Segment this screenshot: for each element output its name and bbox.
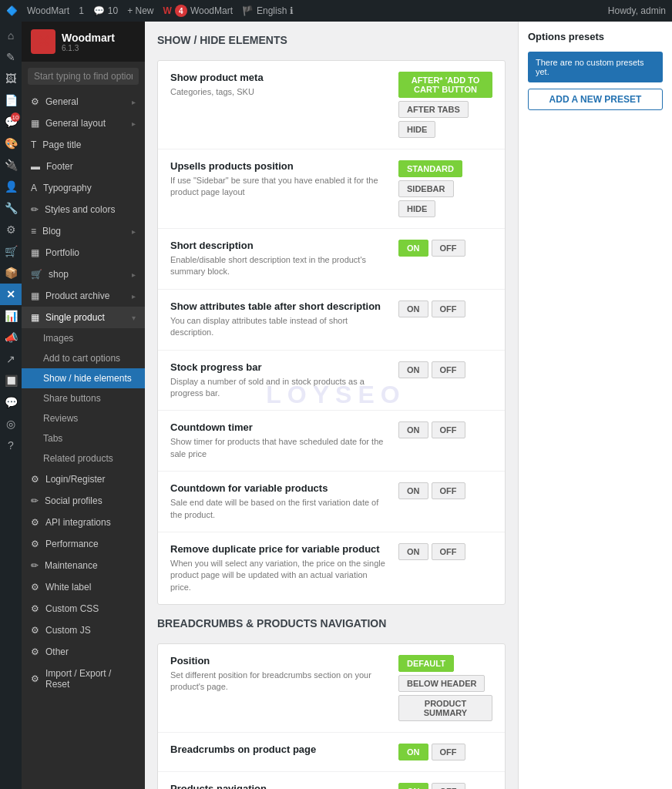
language-selector[interactable]: 🏴 English ℹ: [242, 5, 294, 16]
setting-info-stock: Stock progress bar Display a number of s…: [170, 361, 386, 400]
sidebar-icon-pages[interactable]: 📄: [0, 89, 22, 111]
sidebar-icon-woocommerce[interactable]: 🛒: [0, 240, 22, 262]
sidebar-icon-settings[interactable]: ⚙: [0, 219, 22, 240]
sidebar-item-api[interactable]: ⚙API integrations: [22, 512, 145, 533]
search-input[interactable]: [28, 68, 139, 85]
btn-position-below-header[interactable]: BELOW HEADER: [398, 675, 485, 692]
arrow-icon-layout: ▸: [132, 119, 136, 128]
sidebar-sub-show-hide[interactable]: Show / hide elements: [22, 368, 145, 388]
woodmart-admin-bar[interactable]: W 4 WoodMart: [163, 5, 233, 17]
sidebar-item-product-archive[interactable]: ▦Product archive ▸: [22, 285, 145, 307]
btn-upsells-standard[interactable]: STANDARD: [398, 160, 462, 177]
sidebar-item-general[interactable]: ⚙General ▸: [22, 91, 145, 112]
wp-logo[interactable]: 🔷: [6, 5, 18, 16]
sidebar-label-custom-js: Custom JS: [45, 625, 91, 636]
sidebar-item-maintenance[interactable]: ✏Maintenance: [22, 555, 145, 576]
sidebar-icon-more5[interactable]: ?: [0, 435, 22, 456]
desc-position: Set different position for breadcrumbs s…: [170, 670, 386, 693]
desc-duplicate-price: When you will select any variation, the …: [170, 558, 386, 593]
sidebar-item-white-label[interactable]: ⚙White label: [22, 576, 145, 598]
sidebar-icon-media[interactable]: 🖼: [0, 68, 22, 89]
sidebar-icon-more1[interactable]: ↗: [0, 348, 22, 370]
sidebar-sub-add-to-cart[interactable]: Add to cart options: [22, 348, 145, 368]
sidebar-icon-woodmart[interactable]: ✕: [0, 284, 22, 305]
sidebar-sub-reviews[interactable]: Reviews: [22, 408, 145, 428]
sidebar-item-portfolio[interactable]: ▦Portfolio: [22, 242, 145, 264]
btn-products-nav-on[interactable]: ON: [398, 783, 428, 789]
arrow-icon-archive: ▸: [132, 292, 136, 300]
control-stock: ON OFF: [398, 361, 465, 378]
sidebar-item-footer[interactable]: ▬Footer: [22, 156, 145, 177]
btn-position-default[interactable]: DEFAULT: [398, 655, 454, 672]
btn-short-desc-on[interactable]: ON: [398, 240, 428, 257]
sidebar-item-performance[interactable]: ⚙Performance: [22, 533, 145, 555]
btn-attributes-on[interactable]: ON: [398, 300, 428, 317]
new-item-btn[interactable]: + New: [127, 5, 153, 16]
sidebar-item-import-export[interactable]: ⚙Import / Export / Reset: [22, 663, 145, 695]
sidebar-icon-marketing[interactable]: 📣: [0, 327, 22, 348]
sidebar-icon-users[interactable]: 👤: [0, 176, 22, 197]
sidebar-sub-related-products[interactable]: Related products: [22, 448, 145, 468]
btn-breadcrumbs-page-on[interactable]: ON: [398, 744, 428, 760]
control-products-nav: ON OFF: [398, 783, 465, 789]
breadcrumbs-card: Position Set different position for brea…: [157, 643, 506, 789]
btn-duplicate-price-on[interactable]: ON: [398, 543, 428, 560]
sidebar-icon-tools[interactable]: 🔧: [0, 197, 22, 219]
btn-products-nav-off[interactable]: OFF: [432, 783, 465, 789]
theme-search[interactable]: [22, 62, 145, 91]
btn-upsells-hide[interactable]: HIDE: [398, 200, 435, 217]
btn-product-meta-hide[interactable]: HIDE: [398, 121, 435, 138]
sidebar-icon-more2[interactable]: 🔲: [0, 370, 22, 391]
sidebar-item-blog[interactable]: ≡Blog ▸: [22, 220, 145, 242]
site-name[interactable]: WoodMart: [27, 5, 69, 16]
sidebar-item-shop[interactable]: 🛒shop ▸: [22, 264, 145, 285]
sidebar-icon-appearance[interactable]: 🎨: [0, 133, 22, 154]
desc-attributes: You can display attributes table instead…: [170, 315, 386, 339]
sidebar-sub-share-buttons[interactable]: Share buttons: [22, 388, 145, 408]
sidebar-icon-posts[interactable]: ✎: [0, 46, 22, 68]
btn-duplicate-price-off[interactable]: OFF: [432, 543, 465, 560]
setting-row-countdown-variable: Countdown for variable products Sale end…: [158, 472, 505, 532]
btn-position-product-summary[interactable]: PRODUCT SUMMARY: [398, 695, 492, 721]
blog-icon: ≡: [31, 226, 36, 237]
btn-breadcrumbs-page-off[interactable]: OFF: [432, 744, 465, 760]
btn-stock-on[interactable]: ON: [398, 361, 428, 378]
sidebar-item-login[interactable]: ⚙Login/Register: [22, 468, 145, 490]
sidebar-item-other[interactable]: ⚙Other: [22, 641, 145, 663]
btn-short-desc-off[interactable]: OFF: [432, 240, 465, 257]
sidebar-item-page-title[interactable]: TPage title: [22, 134, 145, 156]
sidebar-icon-dashboard[interactable]: ⌂: [0, 25, 22, 46]
setting-row-position: Position Set different position for brea…: [158, 644, 505, 733]
btn-product-meta-after-cart[interactable]: AFTER* 'ADD TO CART' BUTTON: [398, 72, 492, 98]
sidebar-item-single-product[interactable]: ▦Single product ▾: [22, 307, 145, 328]
sidebar-icon-products[interactable]: 📦: [0, 262, 22, 284]
btn-stock-off[interactable]: OFF: [432, 361, 465, 378]
btn-product-meta-after-tabs[interactable]: AFTER TABS: [398, 101, 469, 118]
admin-bar: 🔷 WoodMart 1 💬 10 + New W 4 WoodMart 🏴 E…: [0, 0, 672, 22]
login-icon: ⚙: [31, 474, 39, 485]
sidebar-icon-more3[interactable]: 💬: [0, 391, 22, 413]
sidebar-item-general-layout[interactable]: ▦General layout ▸: [22, 112, 145, 134]
sidebar-label-custom-css: Custom CSS: [45, 603, 99, 614]
sidebar-item-styles[interactable]: ✏Styles and colors: [22, 199, 145, 220]
btn-upsells-sidebar[interactable]: SIDEBAR: [398, 180, 454, 197]
btn-countdown-on[interactable]: ON: [398, 421, 428, 438]
sidebar-item-typography[interactable]: ATypography: [22, 177, 145, 199]
sidebar-sub-images[interactable]: Images: [22, 328, 145, 348]
sidebar-item-custom-css[interactable]: ⚙Custom CSS: [22, 598, 145, 619]
sidebar-sub-tabs[interactable]: Tabs: [22, 428, 145, 448]
btn-countdown-var-off[interactable]: OFF: [432, 482, 465, 499]
sidebar-icon-plugins[interactable]: 🔌: [0, 154, 22, 176]
sidebar-icon-more4[interactable]: ◎: [0, 413, 22, 435]
btn-attributes-off[interactable]: OFF: [432, 300, 465, 317]
portfolio-icon: ▦: [31, 247, 39, 258]
setting-info-countdown: Countdown timer Show timer for products …: [170, 421, 386, 460]
sidebar-icon-analytics[interactable]: 📊: [0, 305, 22, 327]
sidebar-icon-comments[interactable]: 💬 10: [0, 111, 22, 133]
add-preset-button[interactable]: ADD A NEW PRESET: [528, 89, 663, 110]
sidebar-item-social[interactable]: ✏Social profiles: [22, 490, 145, 512]
sidebar-label-import-export: Import / Export / Reset: [45, 668, 136, 690]
sidebar-item-custom-js[interactable]: ⚙Custom JS: [22, 619, 145, 641]
btn-countdown-var-on[interactable]: ON: [398, 482, 428, 499]
btn-countdown-off[interactable]: OFF: [432, 421, 465, 438]
